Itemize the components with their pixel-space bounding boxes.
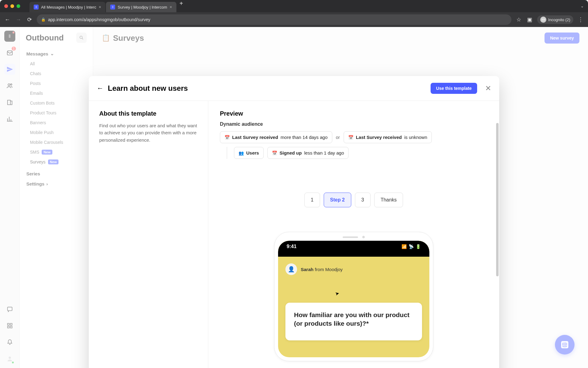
favicon-icon: ⦀ [110, 5, 115, 10]
tabs-overflow-icon[interactable]: ⌄ [581, 4, 584, 8]
modal-back-button[interactable]: ← [97, 84, 104, 92]
incognito-indicator[interactable]: 🕶 Incognito (2) [537, 15, 573, 24]
step-2-button[interactable]: Step 2 [324, 193, 351, 207]
bookmark-star-icon[interactable]: ☆ [515, 16, 522, 23]
calendar-icon: 📅 [348, 135, 353, 140]
scrollbar[interactable] [496, 123, 499, 276]
phone-screen: 9:41 📶 📡 🔋 👤 [278, 241, 429, 357]
nav-reload-icon[interactable]: ⟳ [26, 16, 33, 23]
url-text: app.intercom.com/a/apps/nnsgmgob/outboun… [48, 17, 150, 22]
survey-sender: 👤 Sarah from Moodjoy [285, 263, 422, 275]
incognito-icon: 🕶 [540, 17, 546, 23]
incognito-label: Incognito (2) [548, 17, 570, 22]
preview-heading: Preview [220, 110, 488, 117]
favicon-icon: ⦀ [34, 5, 39, 10]
modal-header: ← Learn about new users Use this templat… [89, 76, 499, 101]
phone-preview: 9:41 📶 📡 🔋 👤 [220, 232, 488, 361]
browser-tabs: ⦀ All Messages | Moodjoy | Interc × ⦀ Su… [29, 0, 183, 12]
audience-chip[interactable]: 📅 Signed up less than 1 day ago [267, 147, 349, 159]
survey-question-card: How familiar are you with our product (o… [285, 303, 422, 340]
phone-frame: 9:41 📶 📡 🔋 👤 [274, 232, 433, 361]
calendar-icon: 📅 [224, 135, 230, 140]
signal-icon: 📶 [401, 244, 407, 249]
camera-dot-icon [362, 236, 365, 238]
modal-preview-panel: Preview Dynamic audience 📅 Last Survey r… [208, 101, 499, 368]
step-3-button[interactable]: 3 [355, 193, 371, 207]
tab-close-icon[interactable]: × [99, 5, 101, 10]
speaker-icon [343, 236, 358, 238]
step-switcher: 1 Step 2 3 Thanks [220, 193, 488, 207]
survey-content: 👤 Sarah from Moodjoy How familiar are yo… [278, 257, 429, 340]
traffic-lights [4, 4, 20, 8]
address-bar: ← → ⟳ 🔒 app.intercom.com/a/apps/nnsgmgob… [0, 12, 588, 27]
tab-close-icon[interactable]: × [170, 5, 172, 10]
window-close-icon[interactable] [4, 4, 8, 8]
users-icon: 👥 [239, 151, 244, 155]
survey-question-text: How familiar are you with our product (o… [294, 311, 413, 328]
modal-body: About this template Find out who your us… [89, 101, 499, 368]
browser-tab[interactable]: ⦀ Survey | Moodjoy | Intercom × [106, 2, 176, 12]
window-titlebar: ⦀ All Messages | Moodjoy | Interc × ⦀ Su… [0, 0, 588, 12]
url-field[interactable]: 🔒 app.intercom.com/a/apps/nnsgmgob/outbo… [37, 14, 511, 25]
window-maximize-icon[interactable] [17, 4, 20, 8]
audience-chip[interactable]: 📅 Last Survey received is unknown [344, 131, 432, 143]
modal-close-button[interactable]: ✕ [485, 84, 491, 93]
new-tab-button[interactable]: + [179, 0, 183, 12]
audience-chip[interactable]: 👥 Users [234, 147, 264, 159]
phone-notch-icon [328, 241, 380, 249]
browser-tab[interactable]: ⦀ All Messages | Moodjoy | Interc × [29, 2, 105, 12]
use-template-button[interactable]: Use this template [431, 83, 477, 94]
tab-title: Survey | Moodjoy | Intercom [118, 5, 167, 10]
panel-icon[interactable]: ▣ [526, 16, 533, 23]
lock-icon: 🔒 [41, 17, 46, 22]
window-minimize-icon[interactable] [10, 4, 14, 8]
audience-row-2: 👥 Users 📅 Signed up less than 1 day ago [227, 147, 488, 159]
phone-statusbar: 9:41 📶 📡 🔋 [278, 241, 429, 257]
audience-chip[interactable]: 📅 Last Survey received more than 14 days… [220, 131, 332, 143]
audience-title: Dynamic audience [220, 121, 488, 127]
battery-icon: 🔋 [416, 244, 421, 249]
wifi-icon: 📡 [409, 244, 414, 249]
tab-title: All Messages | Moodjoy | Interc [41, 5, 96, 10]
about-description: Find out who your users are and what the… [99, 122, 198, 144]
kebab-menu-icon[interactable]: ⋮ [577, 16, 584, 23]
step-thanks-button[interactable]: Thanks [374, 193, 403, 207]
phone-hardware-top [278, 236, 429, 238]
sender-avatar-icon: 👤 [285, 263, 297, 275]
calendar-icon: 📅 [272, 151, 277, 155]
or-separator: or [336, 135, 340, 140]
nav-back-icon[interactable]: ← [4, 17, 11, 23]
nav-forward-icon: → [15, 17, 22, 23]
template-preview-modal: ← Learn about new users Use this templat… [89, 76, 499, 368]
modal-title: Learn about new users [108, 84, 426, 93]
app-shell: ⦀ Outbound [0, 27, 588, 368]
sender-label: Sarah from Moodjoy [301, 267, 343, 272]
modal-about-panel: About this template Find out who your us… [89, 101, 208, 368]
audience-row-1: 📅 Last Survey received more than 14 days… [220, 131, 488, 143]
status-time: 9:41 [287, 244, 296, 249]
about-heading: About this template [99, 110, 198, 117]
step-1-button[interactable]: 1 [304, 193, 320, 207]
